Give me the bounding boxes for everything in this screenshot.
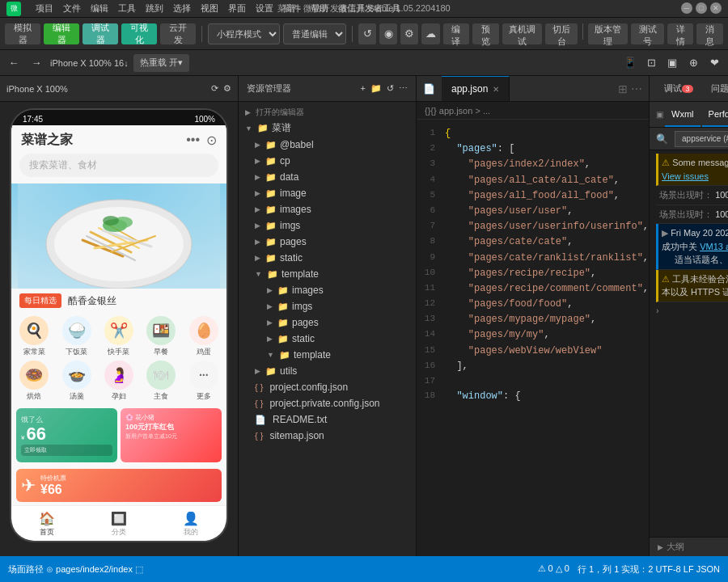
view-issues-link[interactable]: View issues [662, 171, 709, 181]
expand-arrow-4[interactable]: ▶ [662, 228, 671, 238]
cat-quick-cook[interactable]: ✂️ 快手菜 [99, 316, 138, 357]
compile-select[interactable]: 普通编辑 [283, 23, 346, 44]
root-arrow[interactable]: ▼ [245, 124, 252, 133]
nav-home[interactable]: 🏠 首页 [39, 511, 55, 538]
cat-baking[interactable]: 🍩 烘焙 [15, 361, 53, 402]
maximize-button[interactable]: □ [696, 2, 707, 14]
msg-link-4[interactable]: VM13 asdebug.js:1 [700, 242, 728, 251]
cat-pregnant[interactable]: 🤰 孕妇 [99, 361, 138, 402]
debugger-btn[interactable]: 调试器 [83, 23, 118, 44]
tab-close-icon[interactable]: ✕ [493, 85, 499, 94]
rotate-icon[interactable]: ⟳ [211, 83, 218, 94]
folder-babel[interactable]: ▶ 📁 @babel [239, 137, 416, 153]
tab-issues[interactable]: 问题 [703, 76, 728, 101]
cat-home-cooking[interactable]: 🍳 家常菜 [15, 316, 53, 357]
testnum-btn[interactable]: 测试号 [631, 23, 664, 44]
visible-btn[interactable]: 可视化 [121, 23, 157, 44]
cat-more[interactable]: ··· 更多 [184, 361, 223, 402]
folder-imgs[interactable]: ▶ 📁 imgs [239, 217, 416, 234]
file-sitemap[interactable]: { } sitemap.json [239, 428, 416, 444]
devtools-btn[interactable]: 云开发 [160, 23, 196, 44]
folder-template-static[interactable]: ▶ 📁 static [239, 331, 416, 347]
open-editors-arrow[interactable]: ▶ [245, 108, 251, 116]
root-folder-label[interactable]: 菜谱 [272, 121, 291, 135]
file-more-icon[interactable]: ⋯ [399, 83, 408, 94]
appservice-select[interactable]: appservice (#2) [675, 131, 728, 147]
menu-item-edit[interactable]: 编辑 [86, 2, 113, 15]
compile-btn[interactable]: 编译 [443, 23, 470, 44]
nav-profile[interactable]: 👤 我的 [183, 511, 199, 538]
folder-image[interactable]: ▶ 📁 image [239, 185, 416, 201]
folder-pages[interactable]: ▶ 📁 pages [239, 234, 416, 250]
tab-app-json[interactable]: app.json ✕ [442, 76, 510, 101]
folder-template-images[interactable]: ▶ 📁 images [239, 282, 416, 298]
cat-soup[interactable]: 🍲 汤羹 [57, 361, 95, 402]
message-btn[interactable]: 消息 [696, 23, 723, 44]
menu-item-select[interactable]: 选择 [168, 2, 196, 15]
status-path[interactable]: 场面路径 ⊙ pages/index2/index ⬚ [8, 563, 143, 576]
banner-left[interactable]: 饿了么 ¥ 66 立即领取 [16, 408, 117, 462]
open-editors-label[interactable]: 打开的编辑器 [256, 107, 304, 118]
version-btn[interactable]: 版本管理 [588, 23, 628, 44]
more-icon-editor[interactable]: ⋯ [631, 82, 642, 95]
tab-performance[interactable]: Performance [702, 102, 728, 127]
device-label[interactable]: iPhone X 100% 16↓ [50, 58, 129, 68]
cat-egg[interactable]: 🥚 鸡蛋 [184, 316, 223, 357]
switch-bg-btn[interactable]: 切后台 [545, 23, 578, 44]
file-refresh-icon[interactable]: ↺ [387, 83, 394, 94]
banner-left2[interactable]: ✈ 特价机票 ¥66 [16, 469, 222, 502]
menu-item-tools[interactable]: 工具 [113, 2, 141, 15]
preview-btn[interactable]: ◉ [379, 23, 397, 44]
expand-outline-icon[interactable]: ▶ [658, 543, 663, 551]
tab-debug[interactable]: 调试 3 [656, 76, 701, 101]
real-debug-btn[interactable]: 真机调试 [502, 23, 542, 44]
cat-breakfast[interactable]: 🍱 早餐 [142, 316, 180, 357]
folder-template-pages[interactable]: ▶ 📁 pages [239, 314, 416, 331]
tablet-icon-btn[interactable]: ⊡ [642, 54, 660, 72]
menu-item-file[interactable]: 文件 [58, 2, 86, 15]
folder-utils[interactable]: ▶ 📁 utils [239, 363, 416, 379]
scan-icon[interactable]: ⊙ [206, 133, 217, 148]
file-folder-icon[interactable]: 📁 [370, 83, 382, 94]
file-new-icon[interactable]: + [361, 83, 366, 94]
menu-item-project[interactable]: 项目 [31, 2, 58, 15]
more-dots-icon[interactable]: ••• [186, 133, 200, 148]
menu-item-interface[interactable]: 界面 [223, 2, 251, 15]
nav-category[interactable]: 🔲 分类 [111, 511, 127, 538]
tab-wxml[interactable]: Wxml [665, 102, 700, 127]
folder-template1[interactable]: ▼ 📁 template [239, 266, 416, 282]
detail-btn[interactable]: 详情 [667, 23, 694, 44]
more-icon[interactable]: ⚙ [223, 83, 231, 94]
folder-data[interactable]: ▶ 📁 data [239, 169, 416, 185]
status-errors[interactable]: ⚠ 0 △ 0 [538, 563, 569, 576]
search-bar[interactable]: 搜索菜谱、食材 [19, 154, 218, 177]
layout3-btn[interactable]: ❤ [705, 54, 723, 72]
split-icon[interactable]: ⊞ [618, 82, 628, 95]
folder-cp[interactable]: ▶ 📁 cp [239, 153, 416, 169]
folder-template-imgs[interactable]: ▶ 📁 imgs [239, 298, 416, 314]
cloud-btn[interactable]: ☁ [421, 23, 439, 44]
menu-item-view[interactable]: 视图 [196, 2, 223, 15]
menu-item-goto[interactable]: 跳到 [141, 2, 168, 15]
hotreload-btn[interactable]: 热重载 开▾ [133, 54, 189, 72]
layout2-btn[interactable]: ⊕ [684, 54, 702, 72]
settings-btn[interactable]: ⚙ [400, 23, 418, 44]
refresh-btn[interactable]: ↺ [358, 23, 376, 44]
preview-right-btn[interactable]: 预览 [472, 23, 499, 44]
file-project-private-config[interactable]: { } project.private.config.json [239, 395, 416, 411]
phone-icon-btn[interactable]: 📱 [621, 54, 639, 72]
mode-select[interactable]: 小程序模式 [208, 23, 280, 44]
file-readme[interactable]: 📄 README.txt [239, 411, 416, 428]
back-btn[interactable]: ← [5, 54, 23, 72]
banner-right[interactable]: 🌸 花小猪 100元打车红包 新用户首单立减10元 [121, 408, 222, 462]
close-button[interactable]: ✕ [710, 2, 722, 14]
simulator-btn[interactable]: 模拟器 [5, 23, 40, 44]
editor-btn[interactable]: 编辑器 [44, 23, 79, 44]
cat-staple[interactable]: 🍽 主食 [142, 361, 180, 402]
folder-template2[interactable]: ▼ 📁 template [239, 347, 416, 363]
filter-icon[interactable]: 🔍 [656, 133, 668, 145]
minimize-button[interactable]: ─ [681, 2, 692, 14]
folder-static[interactable]: ▶ 📁 static [239, 250, 416, 266]
layout1-btn[interactable]: ▣ [663, 54, 681, 72]
forward-btn[interactable]: → [28, 54, 45, 72]
